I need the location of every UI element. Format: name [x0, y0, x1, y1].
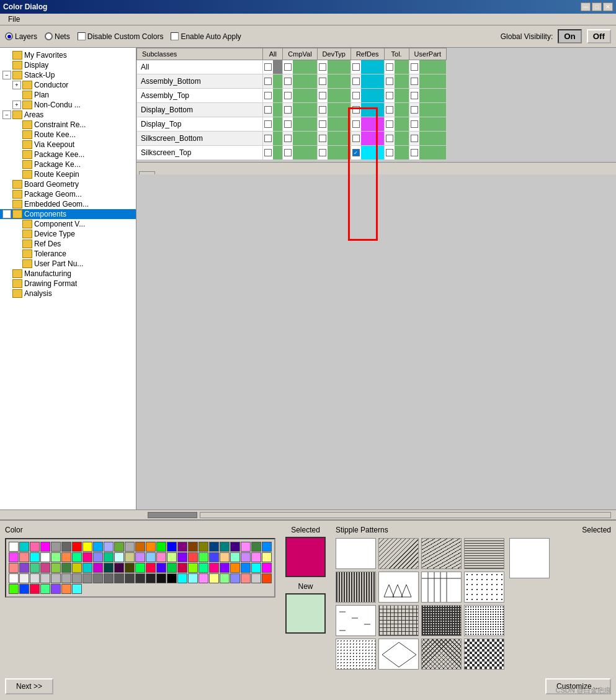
color-swatch-42[interactable]: [188, 552, 198, 562]
tree-item-route-keepin[interactable]: Route Keepin: [0, 169, 136, 179]
color-swatch-48[interactable]: [251, 552, 261, 562]
color-swatch-77[interactable]: [30, 573, 40, 583]
tree-item-constraint-re[interactable]: Constraint Re...: [0, 120, 136, 130]
color-swatch-57[interactable]: [83, 563, 92, 573]
checkbox-devtyp[interactable]: [319, 120, 326, 128]
color-swatch-28[interactable]: [40, 552, 50, 562]
color-swatch-50[interactable]: [9, 563, 19, 573]
color-swatch-56[interactable]: [72, 563, 82, 573]
stipple-pattern-1[interactable]: [378, 538, 419, 569]
tol-cell[interactable]: [384, 103, 409, 117]
color-swatch-46[interactable]: [230, 552, 240, 562]
checkbox-userpart[interactable]: [411, 135, 418, 142]
tol-cell[interactable]: [384, 132, 409, 146]
color-swatch-59[interactable]: [104, 563, 114, 573]
next-button[interactable]: Next >>: [5, 678, 53, 694]
checkbox-tol[interactable]: [386, 63, 393, 71]
disable-custom-colors-checkbox[interactable]: Disable Custom Colors: [78, 32, 164, 41]
cmpval-cell[interactable]: [283, 103, 317, 117]
tree-item-my-favorites[interactable]: My Favorites: [0, 50, 136, 60]
color-swatch-9[interactable]: [104, 542, 114, 552]
color-swatch-34[interactable]: [104, 552, 114, 562]
tree-item-display[interactable]: Display: [0, 60, 136, 70]
checkbox-userpart[interactable]: [411, 92, 418, 99]
devtyp-cell[interactable]: [317, 103, 350, 117]
checkbox-devtyp[interactable]: [319, 149, 326, 156]
checkbox-all[interactable]: [264, 78, 272, 85]
tree-item-drawing-format[interactable]: Drawing Format: [0, 279, 136, 289]
color-swatch-47[interactable]: [241, 552, 251, 562]
color-swatch-40[interactable]: [167, 552, 177, 562]
enable-auto-apply-checkbox[interactable]: Enable Auto Apply: [171, 32, 241, 41]
stipple-pattern-7[interactable]: [464, 572, 504, 603]
color-swatch-25[interactable]: [9, 552, 19, 562]
refdes-cell[interactable]: [350, 74, 384, 89]
color-swatch-102[interactable]: [30, 584, 40, 594]
stipple-pattern-15[interactable]: [464, 639, 504, 670]
checkbox-tol[interactable]: [386, 135, 393, 142]
checkbox-userpart[interactable]: [411, 120, 418, 128]
tree-item-package-kee1[interactable]: Package Kee...: [0, 150, 136, 159]
devtyp-cell[interactable]: [317, 117, 350, 132]
tol-cell[interactable]: [384, 146, 409, 160]
devtyp-cell[interactable]: [317, 89, 350, 103]
color-swatch-94[interactable]: [209, 573, 219, 583]
devtyp-cell[interactable]: [317, 60, 350, 74]
refdes-cell[interactable]: [350, 132, 384, 146]
color-swatch-55[interactable]: [61, 563, 71, 573]
refdes-cell[interactable]: [350, 103, 384, 117]
userpart-cell[interactable]: [409, 117, 446, 132]
color-swatch-92[interactable]: [188, 573, 198, 583]
checkbox-all[interactable]: [264, 135, 272, 142]
cmpval-cell[interactable]: [283, 117, 317, 132]
tree-item-non-condu[interactable]: +Non-Condu ...: [0, 100, 136, 110]
checkbox-all[interactable]: [264, 106, 272, 114]
stipple-pattern-11[interactable]: [464, 605, 504, 636]
stipple-pattern-4[interactable]: [336, 572, 376, 603]
color-swatch-14[interactable]: [156, 542, 166, 552]
menu-file[interactable]: File: [3, 14, 25, 25]
color-swatch-67[interactable]: [188, 563, 198, 573]
stipple-pattern-8[interactable]: [336, 605, 376, 636]
color-swatch-6[interactable]: [72, 542, 82, 552]
on-button[interactable]: On: [558, 29, 582, 43]
color-swatch-16[interactable]: [177, 542, 187, 552]
tree-item-tolerance[interactable]: Tolerance: [0, 249, 136, 259]
color-swatch-73[interactable]: [251, 563, 261, 573]
checkbox-all[interactable]: [264, 149, 272, 156]
tree-item-via-keepout[interactable]: Via Keepout: [0, 140, 136, 150]
color-swatch-35[interactable]: [114, 552, 124, 562]
color-swatch-51[interactable]: [19, 563, 29, 573]
color-swatch-95[interactable]: [220, 573, 230, 583]
checkbox-refdes[interactable]: [352, 63, 360, 71]
color-swatch-22[interactable]: [241, 542, 251, 552]
color-swatch-54[interactable]: [51, 563, 61, 573]
checkbox-refdes[interactable]: [352, 120, 360, 128]
checkbox-refdes[interactable]: [352, 92, 360, 99]
scroll-area[interactable]: [0, 509, 616, 519]
stipple-pattern-12[interactable]: [336, 639, 376, 670]
color-swatch-43[interactable]: [199, 552, 208, 562]
tree-item-user-part-nu[interactable]: User Part Nu...: [0, 259, 136, 269]
color-swatch-63[interactable]: [146, 563, 156, 573]
color-swatch-24[interactable]: [262, 542, 272, 552]
color-swatch-93[interactable]: [199, 573, 208, 583]
cmpval-cell[interactable]: [283, 132, 317, 146]
color-swatch-13[interactable]: [146, 542, 156, 552]
color-swatch-7[interactable]: [83, 542, 92, 552]
color-swatch-18[interactable]: [199, 542, 208, 552]
color-swatch-80[interactable]: [61, 573, 71, 583]
checkbox-devtyp[interactable]: [319, 92, 326, 99]
expand-icon-non-condu[interactable]: +: [12, 101, 21, 109]
expand-icon-areas[interactable]: −: [2, 110, 11, 119]
color-swatch-72[interactable]: [241, 563, 251, 573]
all-cell[interactable]: [263, 117, 283, 132]
color-swatch-21[interactable]: [230, 542, 240, 552]
userpart-cell[interactable]: [409, 89, 446, 103]
checkbox-refdes[interactable]: [352, 135, 360, 142]
cmpval-cell[interactable]: [283, 89, 317, 103]
tree-item-manufacturing[interactable]: Manufacturing: [0, 269, 136, 279]
checkbox-all[interactable]: [264, 120, 272, 128]
color-swatch-68[interactable]: [199, 563, 208, 573]
checkbox-cmpval[interactable]: [284, 135, 292, 142]
